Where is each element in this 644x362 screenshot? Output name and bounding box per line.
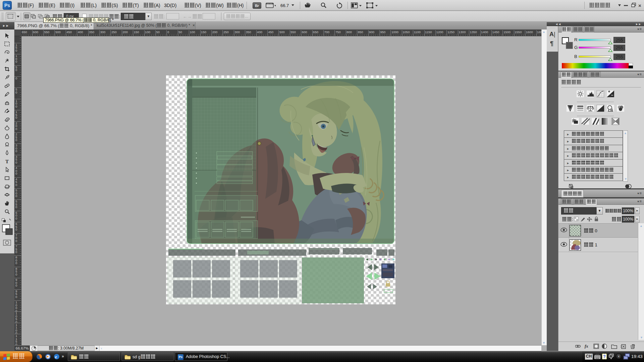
- svg-text:e: e: [55, 354, 57, 359]
- svg-text:T: T: [5, 159, 9, 164]
- svg-text:fx: fx: [585, 344, 588, 349]
